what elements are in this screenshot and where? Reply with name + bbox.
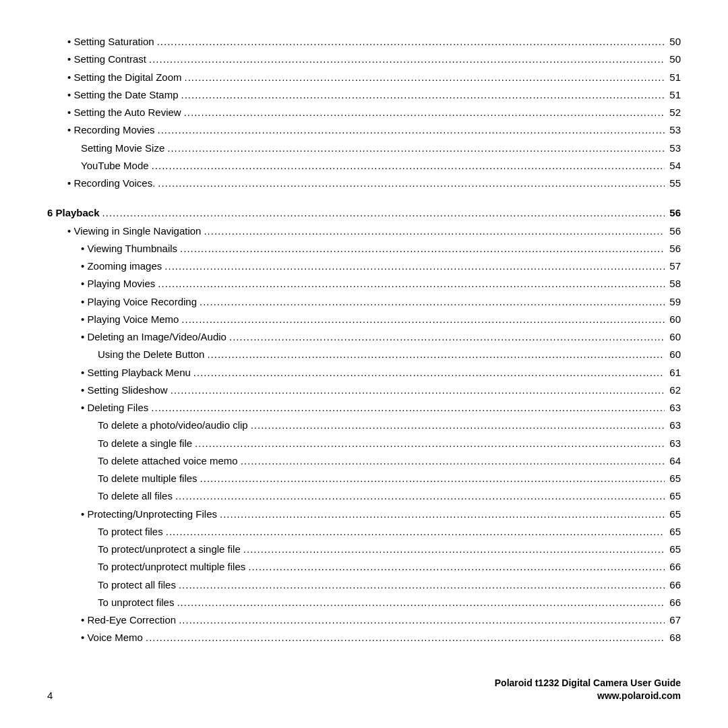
- toc-entry: • Viewing Thumbnails ...................…: [47, 241, 681, 256]
- toc-page-number: 65: [667, 524, 681, 539]
- toc-entry: Using the Delete Button ................…: [47, 346, 681, 362]
- toc-entry: • Voice Memo ...........................…: [47, 630, 681, 645]
- toc-dots: ........................................…: [171, 382, 665, 398]
- toc-dots: ........................................…: [220, 506, 665, 522]
- toc-page-number: 60: [667, 346, 681, 362]
- toc-entry-label: • Setting the Auto Review: [67, 104, 181, 120]
- toc-page-number: 50: [667, 51, 681, 67]
- toc-spacer: [47, 193, 681, 205]
- toc-entry-label: To delete a photo/video/audio clip: [98, 417, 248, 433]
- toc-entry-label: • Setting Saturation: [67, 34, 154, 49]
- toc-page-number: 53: [667, 140, 681, 156]
- toc-page-number: 66: [667, 577, 681, 593]
- toc-entry: • Viewing in Single Navigation .........…: [47, 223, 681, 239]
- toc-entry: • Setting Saturation ...................…: [47, 34, 681, 49]
- toc-dots: ........................................…: [166, 524, 665, 539]
- toc-entry: To delete a single file ................…: [47, 435, 681, 451]
- toc-entry: • Playing Voice Memo ...................…: [47, 311, 681, 327]
- toc-dots: ........................................…: [243, 541, 665, 557]
- toc-entry-label: • Playing Movies: [81, 276, 155, 291]
- toc-dots: ........................................…: [167, 140, 665, 156]
- toc-entry: • Setting Contrast .....................…: [47, 51, 681, 67]
- toc-page-number: 53: [667, 122, 681, 138]
- toc-entry-label: • Viewing in Single Navigation: [67, 223, 201, 239]
- toc-dots: ........................................…: [251, 417, 665, 433]
- toc-dots: ........................................…: [179, 612, 665, 628]
- toc-dots: ........................................…: [204, 223, 665, 239]
- footer-page-number: 4: [47, 690, 53, 701]
- toc-dots: ........................................…: [248, 559, 665, 574]
- toc-entry-label: To protect files: [98, 524, 163, 539]
- toc-entry-label: To unprotect files: [98, 595, 174, 610]
- toc-entry: • Setting the Digital Zoom .............…: [47, 69, 681, 85]
- toc-entry-label: To delete all files: [98, 488, 173, 504]
- toc-entry-label: • Viewing Thumbnails: [81, 241, 177, 256]
- toc-dots: ........................................…: [193, 365, 665, 380]
- toc-page-number: 54: [667, 158, 681, 173]
- toc-dots: ........................................…: [184, 104, 665, 120]
- toc-page-number: 60: [667, 329, 681, 344]
- toc-dots: ........................................…: [229, 329, 665, 344]
- toc-dots: ........................................…: [177, 595, 665, 610]
- toc-dots: ........................................…: [179, 577, 665, 593]
- toc-entry-label: • Playing Voice Memo: [81, 311, 179, 327]
- toc-page-number: 59: [667, 294, 681, 309]
- toc-entry: To delete attached voice memo ..........…: [47, 453, 681, 468]
- toc-page-number: 56: [667, 223, 681, 239]
- toc-entry-label: To protect/unprotect multiple files: [98, 559, 245, 574]
- toc-entry: To protect/unprotect a single file .....…: [47, 541, 681, 557]
- toc-entry-label: • Recording Voices.: [67, 175, 155, 191]
- toc-page-number: 60: [667, 311, 681, 327]
- toc-page-number: 65: [667, 488, 681, 504]
- toc-entry-label: • Setting the Digital Zoom: [67, 69, 182, 85]
- toc-entry-label: • Red-Eye Correction: [81, 612, 176, 628]
- toc-dots: ........................................…: [102, 205, 665, 220]
- footer: 4 Polaroid t1232 Digital Camera User Gui…: [47, 669, 681, 701]
- toc-entry: • Deleting Files .......................…: [47, 400, 681, 415]
- toc-entry: • Recording Movies .....................…: [47, 122, 681, 138]
- toc-entry: To delete all files ....................…: [47, 488, 681, 504]
- toc-page-number: 65: [667, 541, 681, 557]
- toc-dots: ........................................…: [175, 488, 665, 504]
- toc-page-number: 63: [667, 400, 681, 415]
- toc-page-number: 66: [667, 559, 681, 574]
- toc-page-number: 65: [667, 471, 681, 486]
- toc-entry: • Playing Voice Recording ..............…: [47, 294, 681, 309]
- toc-entry-label: To delete a single file: [98, 435, 192, 451]
- footer-title: Polaroid t1232 Digital Camera User Guide: [495, 676, 681, 690]
- toc-page-number: 56: [667, 205, 681, 220]
- toc-entry: • Recording Voices. ....................…: [47, 175, 681, 191]
- toc-dots: ........................................…: [158, 276, 665, 291]
- toc-page-number: 56: [667, 241, 681, 256]
- toc-entry-label: • Setting Contrast: [67, 51, 146, 67]
- toc-entry: Setting Movie Size .....................…: [47, 140, 681, 156]
- toc-page-number: 68: [667, 630, 681, 645]
- toc-entry: To protect/unprotect multiple files ....…: [47, 559, 681, 574]
- toc-entry: • Deleting an Image/Video/Audio ........…: [47, 329, 681, 344]
- toc-entry-label: To protect/unprotect a single file: [98, 541, 241, 557]
- toc-entry: • Playing Movies .......................…: [47, 276, 681, 291]
- toc-page-number: 51: [667, 69, 681, 85]
- toc-entry: To protect all files ...................…: [47, 577, 681, 593]
- toc-entry-label: • Recording Movies: [67, 122, 154, 138]
- toc-entry-label: • Deleting Files: [81, 400, 148, 415]
- toc-dots: ........................................…: [180, 241, 665, 256]
- toc-page-number: 64: [667, 453, 681, 468]
- toc-entry-label: • Setting Playback Menu: [81, 365, 191, 380]
- toc-entry-label: 6 Playback: [47, 205, 100, 220]
- toc-entry: • Red-Eye Correction ...................…: [47, 612, 681, 628]
- toc-dots: ........................................…: [157, 122, 665, 138]
- toc-dots: ........................................…: [151, 400, 665, 415]
- toc-dots: ........................................…: [158, 175, 665, 191]
- toc-dots: ........................................…: [149, 51, 665, 67]
- toc-dots: ........................................…: [157, 34, 665, 49]
- toc-entry-label: Setting Movie Size: [81, 140, 164, 156]
- toc-dots: ........................................…: [195, 435, 665, 451]
- toc-dots: ........................................…: [164, 258, 665, 274]
- toc-entry-label: To protect all files: [98, 577, 176, 593]
- toc-entry: • Setting Slideshow ....................…: [47, 382, 681, 398]
- toc-entry: To unprotect files .....................…: [47, 595, 681, 610]
- toc-page-number: 63: [667, 435, 681, 451]
- toc-page-number: 57: [667, 258, 681, 274]
- toc-dots: ........................................…: [146, 630, 665, 645]
